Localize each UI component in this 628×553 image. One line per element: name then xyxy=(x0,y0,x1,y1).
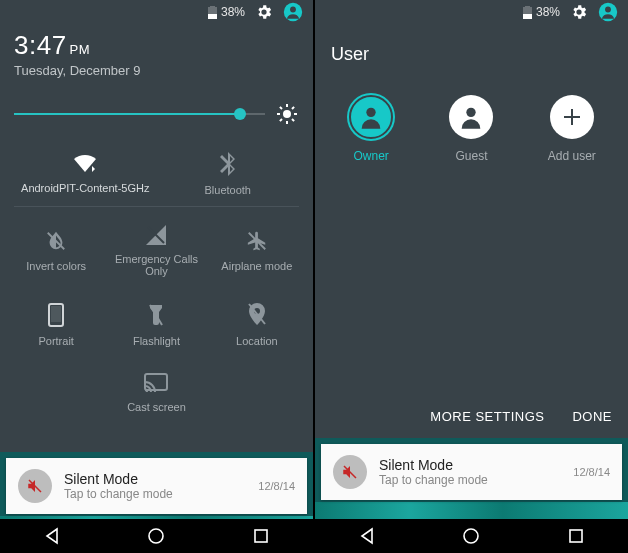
quick-settings-shade: 38% 3:47PM Tuesday, December 9 xyxy=(0,0,313,452)
status-bar: 38% xyxy=(315,0,628,24)
user-owner[interactable]: Owner xyxy=(321,95,421,163)
user-add[interactable]: Add user xyxy=(522,95,622,163)
signal-label: Emergency Calls Only xyxy=(106,253,206,277)
time: 3:47PM xyxy=(14,30,299,61)
wifi-label: AndroidPIT-Content-5GHz xyxy=(21,182,149,194)
notification[interactable]: Silent Mode Tap to change mode 12/8/14 xyxy=(6,458,307,514)
bluetooth-tile[interactable]: Bluetooth xyxy=(157,144,300,206)
settings-gear-icon[interactable] xyxy=(570,3,588,21)
user-switcher-shade: 38% User Owner Guest xyxy=(315,0,628,438)
svg-point-11 xyxy=(464,529,478,543)
guest-avatar-icon xyxy=(449,95,493,139)
home-button[interactable] xyxy=(461,526,481,546)
recents-button[interactable] xyxy=(566,526,586,546)
user-footer: MORE SETTINGS DONE xyxy=(430,409,612,424)
right-phone: 38% User Owner Guest xyxy=(315,0,628,553)
location-label: Location xyxy=(236,335,278,347)
notification-subtitle: Tap to change mode xyxy=(64,487,246,501)
cast-label: Cast screen xyxy=(127,401,186,413)
battery-indicator: 38% xyxy=(208,5,245,19)
done-button[interactable]: DONE xyxy=(572,409,612,424)
notification-date: 12/8/14 xyxy=(258,480,295,492)
svg-rect-12 xyxy=(570,530,582,542)
notification-icon xyxy=(18,469,52,503)
left-phone: 38% 3:47PM Tuesday, December 9 xyxy=(0,0,313,553)
portrait-tile[interactable]: Portrait xyxy=(6,289,106,359)
back-button[interactable] xyxy=(42,526,62,546)
time-ampm: PM xyxy=(70,42,91,57)
cast-tile[interactable]: Cast screen xyxy=(106,359,206,425)
back-button[interactable] xyxy=(357,526,377,546)
settings-gear-icon[interactable] xyxy=(255,3,273,21)
svg-rect-3 xyxy=(51,306,61,322)
notification-icon xyxy=(333,455,367,489)
notification-text: Silent Mode Tap to change mode xyxy=(379,457,561,487)
home-button[interactable] xyxy=(146,526,166,546)
location-tile[interactable]: Location xyxy=(207,289,307,359)
svg-point-10 xyxy=(467,108,476,117)
more-settings-button[interactable]: MORE SETTINGS xyxy=(430,409,544,424)
bluetooth-label: Bluetooth xyxy=(205,184,251,196)
user-header: User xyxy=(315,24,628,83)
invert-colors-tile[interactable]: Invert colors xyxy=(6,211,106,289)
user-guest[interactable]: Guest xyxy=(421,95,521,163)
battery-indicator: 38% xyxy=(523,5,560,19)
time-value: 3:47 xyxy=(14,30,67,60)
notification-subtitle: Tap to change mode xyxy=(379,473,561,487)
svg-point-5 xyxy=(149,529,163,543)
airplane-label: Airplane mode xyxy=(221,260,292,272)
svg-point-8 xyxy=(605,7,611,13)
qs-grid: Invert colors Emergency Calls Only Airpl… xyxy=(0,211,313,429)
nav-bar xyxy=(315,519,628,553)
airplane-tile[interactable]: Airplane mode xyxy=(207,211,307,289)
battery-pct: 38% xyxy=(536,5,560,19)
signal-tile[interactable]: Emergency Calls Only xyxy=(106,211,206,289)
flashlight-label: Flashlight xyxy=(133,335,180,347)
qs-row1: AndroidPIT-Content-5GHz Bluetooth xyxy=(14,144,299,207)
user-avatar-icon[interactable] xyxy=(598,2,618,22)
flashlight-tile[interactable]: Flashlight xyxy=(106,289,206,359)
svg-point-9 xyxy=(366,108,375,117)
guest-label: Guest xyxy=(455,149,487,163)
add-user-label: Add user xyxy=(548,149,596,163)
date: Tuesday, December 9 xyxy=(14,63,299,78)
notification-title: Silent Mode xyxy=(64,471,246,487)
user-list: Owner Guest Add user xyxy=(315,83,628,175)
wifi-tile[interactable]: AndroidPIT-Content-5GHz xyxy=(14,144,157,206)
invert-label: Invert colors xyxy=(26,260,86,272)
owner-avatar-icon xyxy=(349,95,393,139)
brightness-slider[interactable] xyxy=(14,113,265,115)
svg-rect-6 xyxy=(255,530,267,542)
portrait-label: Portrait xyxy=(38,335,73,347)
user-avatar-icon[interactable] xyxy=(283,2,303,22)
battery-pct: 38% xyxy=(221,5,245,19)
nav-bar xyxy=(0,519,313,553)
brightness-gear-icon[interactable] xyxy=(275,102,299,126)
svg-point-1 xyxy=(290,7,296,13)
recents-button[interactable] xyxy=(251,526,271,546)
notification-date: 12/8/14 xyxy=(573,466,610,478)
notification-title: Silent Mode xyxy=(379,457,561,473)
clock-block: 3:47PM Tuesday, December 9 xyxy=(0,24,313,88)
status-bar: 38% xyxy=(0,0,313,24)
owner-label: Owner xyxy=(353,149,388,163)
brightness-row xyxy=(0,88,313,144)
notification[interactable]: Silent Mode Tap to change mode 12/8/14 xyxy=(321,444,622,500)
add-user-icon xyxy=(550,95,594,139)
notification-text: Silent Mode Tap to change mode xyxy=(64,471,246,501)
